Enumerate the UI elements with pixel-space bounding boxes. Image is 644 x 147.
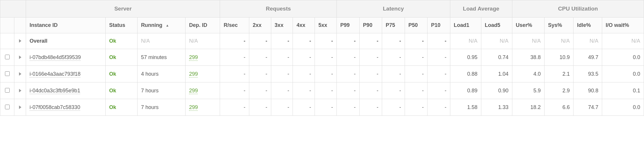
col-p90[interactable]: P90 xyxy=(359,18,382,33)
running-cell: 7 hours xyxy=(137,99,185,116)
group-cpu: CPU Utilization xyxy=(512,0,644,18)
col-4xx[interactable]: 4xx xyxy=(293,18,315,33)
load1-cell: 0.89 xyxy=(450,82,481,99)
chevron-right-icon[interactable] xyxy=(19,39,21,43)
chevron-right-icon[interactable] xyxy=(19,56,21,59)
row-checkbox[interactable] xyxy=(5,105,10,109)
row-checkbox[interactable] xyxy=(5,71,10,76)
col-p75[interactable]: P75 xyxy=(382,18,405,33)
table-body: Overall Ok N/A N/A - - - - - - - - - - N… xyxy=(0,33,644,116)
p10-cell: - xyxy=(427,82,450,99)
c5xx-cell: - xyxy=(315,66,337,82)
col-running-label: Running xyxy=(141,22,162,28)
user-cell: 4.0 xyxy=(512,66,544,82)
col-2xx[interactable]: 2xx xyxy=(249,18,271,33)
col-idle[interactable]: Idle% xyxy=(573,18,602,33)
idle-cell: 49.7 xyxy=(573,49,602,66)
col-p99[interactable]: P99 xyxy=(337,18,360,33)
col-p10[interactable]: P10 xyxy=(427,18,450,33)
instance-id-link[interactable]: i-07bdb48e4d5f39539 xyxy=(30,54,81,61)
overall-sys: N/A xyxy=(544,33,573,49)
c4xx-cell: - xyxy=(293,99,315,116)
load5-cell: 1.33 xyxy=(481,99,512,116)
sort-ascending-icon: ▲ xyxy=(166,23,169,27)
c2xx-cell: - xyxy=(249,99,271,116)
col-p50[interactable]: P50 xyxy=(405,18,427,33)
p75-cell: - xyxy=(382,99,405,116)
row-checkbox[interactable] xyxy=(5,88,10,93)
status-badge: Ok xyxy=(109,71,116,77)
overall-label: Overall xyxy=(26,33,106,49)
col-sys[interactable]: Sys% xyxy=(544,18,573,33)
c5xx-cell: - xyxy=(315,99,337,116)
dep-id-link[interactable]: 299 xyxy=(189,54,198,61)
running-cell: 57 minutes xyxy=(137,49,185,66)
col-dep-id[interactable]: Dep. ID xyxy=(186,18,220,33)
instance-id-cell: i-07f0058cab7c58330 xyxy=(26,99,106,116)
overall-status: Ok xyxy=(106,33,138,49)
chevron-right-icon[interactable] xyxy=(19,72,21,76)
overall-load5: N/A xyxy=(481,33,512,49)
user-cell: 5.9 xyxy=(512,82,544,99)
overall-p50: - xyxy=(405,33,427,49)
load1-cell: 0.88 xyxy=(450,66,481,82)
p75-cell: - xyxy=(382,49,405,66)
dep-id-link[interactable]: 299 xyxy=(189,104,198,111)
instance-id-cell: i-0166e4a3aac793f18 xyxy=(26,66,106,82)
p99-cell: - xyxy=(337,49,360,66)
instance-id-link[interactable]: i-04dc0a3c3fb95e9b1 xyxy=(30,88,80,94)
col-load1[interactable]: Load1 xyxy=(450,18,481,33)
chevron-right-icon[interactable] xyxy=(19,89,21,92)
row-expand-cell[interactable] xyxy=(14,82,26,99)
rsec-cell: - xyxy=(220,99,249,116)
col-instance-id[interactable]: Instance ID xyxy=(26,18,106,33)
col-checkbox xyxy=(0,18,14,33)
iowait-cell: 0.0 xyxy=(602,49,644,66)
p99-cell: - xyxy=(337,82,360,99)
row-expand-cell[interactable] xyxy=(14,99,26,116)
sys-cell: 6.6 xyxy=(544,99,573,116)
sys-cell: 2.9 xyxy=(544,82,573,99)
dep-id-cell: 299 xyxy=(186,82,220,99)
c3xx-cell: - xyxy=(271,66,293,82)
row-checkbox[interactable] xyxy=(5,55,10,59)
instance-id-link[interactable]: i-07f0058cab7c58330 xyxy=(30,104,80,111)
overall-load1: N/A xyxy=(450,33,481,49)
dep-id-link[interactable]: 299 xyxy=(189,71,198,77)
row-expand-cell[interactable] xyxy=(14,66,26,82)
col-3xx[interactable]: 3xx xyxy=(271,18,293,33)
status-badge: Ok xyxy=(109,88,116,94)
overall-expand-cell[interactable] xyxy=(14,33,26,49)
dep-id-link[interactable]: 299 xyxy=(189,88,198,94)
group-load: Load Average xyxy=(450,0,512,18)
p50-cell: - xyxy=(405,99,427,116)
load1-cell: 0.95 xyxy=(450,49,481,66)
col-running[interactable]: Running ▲ xyxy=(137,18,185,33)
dep-id-cell: 299 xyxy=(186,66,220,82)
chevron-right-icon[interactable] xyxy=(19,106,21,109)
col-rsec[interactable]: R/sec xyxy=(220,18,249,33)
group-server: Server xyxy=(26,0,220,18)
load5-cell: 0.90 xyxy=(481,82,512,99)
col-status[interactable]: Status xyxy=(106,18,138,33)
col-5xx[interactable]: 5xx xyxy=(315,18,337,33)
col-load5[interactable]: Load5 xyxy=(481,18,512,33)
col-user[interactable]: User% xyxy=(512,18,544,33)
row-checkbox-cell xyxy=(0,66,14,82)
p99-cell: - xyxy=(337,66,360,82)
row-expand-cell[interactable] xyxy=(14,49,26,66)
p10-cell: - xyxy=(427,99,450,116)
overall-p99: - xyxy=(337,33,360,49)
iowait-cell: 0.0 xyxy=(602,66,644,82)
c2xx-cell: - xyxy=(249,49,271,66)
dep-id-cell: 299 xyxy=(186,49,220,66)
instance-id-link[interactable]: i-0166e4a3aac793f18 xyxy=(30,71,80,77)
load1-cell: 1.58 xyxy=(450,99,481,116)
row-checkbox-cell xyxy=(0,82,14,99)
rsec-cell: - xyxy=(220,66,249,82)
c3xx-cell: - xyxy=(271,99,293,116)
col-iowait[interactable]: I/O wait% xyxy=(602,18,644,33)
overall-depid: N/A xyxy=(186,33,220,49)
c5xx-cell: - xyxy=(315,82,337,99)
p10-cell: - xyxy=(427,66,450,82)
